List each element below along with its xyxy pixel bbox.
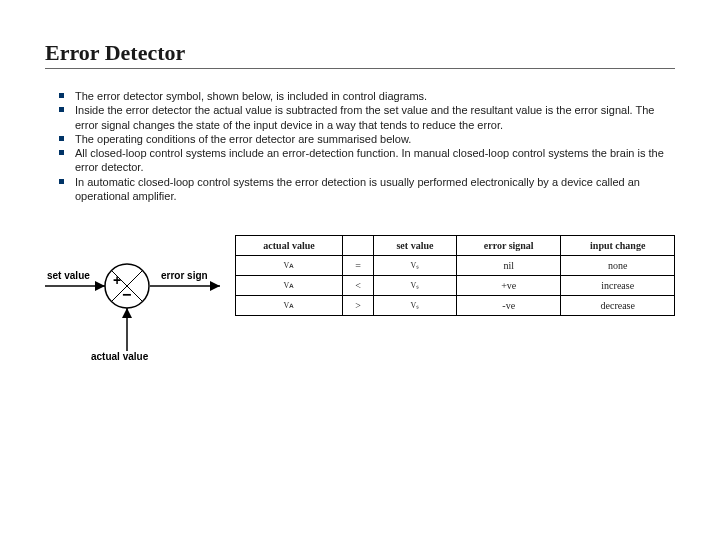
cell-set: Vₛ [373, 276, 456, 296]
cell-op: > [342, 296, 373, 316]
col-error: error signal [456, 236, 561, 256]
title-divider [45, 68, 675, 69]
col-set: set value [373, 236, 456, 256]
col-change: input change [561, 236, 675, 256]
cell-set: Vₛ [373, 296, 456, 316]
error-signal-label: error sign [161, 270, 208, 281]
col-op [342, 236, 373, 256]
set-value-label: set value [47, 270, 90, 281]
cell-op: = [342, 256, 373, 276]
cell-set: Vₛ [373, 256, 456, 276]
list-item: All closed-loop control systems include … [55, 146, 675, 175]
cell-change: increase [561, 276, 675, 296]
table-header-row: actual value set value error signal inpu… [236, 236, 675, 256]
list-item: The error detector symbol, shown below, … [55, 89, 675, 103]
svg-marker-8 [122, 308, 132, 318]
list-item: In automatic closed-loop control systems… [55, 175, 675, 204]
minus-icon: − [122, 286, 131, 303]
col-actual: actual value [236, 236, 343, 256]
plus-icon: + [113, 272, 121, 288]
cell-error: -ve [456, 296, 561, 316]
cell-actual: Vᴀ [236, 256, 343, 276]
page-title: Error Detector [45, 40, 675, 66]
table-row: Vᴀ > Vₛ -ve decrease [236, 296, 675, 316]
table-row: Vᴀ = Vₛ nil none [236, 256, 675, 276]
actual-value-label: actual value [91, 351, 149, 361]
list-item: Inside the error detector the actual val… [55, 103, 675, 132]
list-item: The operating conditions of the error de… [55, 132, 675, 146]
table-row: Vᴀ < Vₛ +ve increase [236, 276, 675, 296]
svg-marker-3 [210, 281, 220, 291]
svg-marker-1 [95, 281, 105, 291]
conditions-table: actual value set value error signal inpu… [235, 235, 675, 316]
cell-change: decrease [561, 296, 675, 316]
cell-error: +ve [456, 276, 561, 296]
error-detector-diagram: set value error sign + − actual value [45, 235, 225, 365]
cell-actual: Vᴀ [236, 276, 343, 296]
cell-actual: Vᴀ [236, 296, 343, 316]
cell-change: none [561, 256, 675, 276]
cell-op: < [342, 276, 373, 296]
cell-error: nil [456, 256, 561, 276]
bullet-list: The error detector symbol, shown below, … [45, 89, 675, 203]
